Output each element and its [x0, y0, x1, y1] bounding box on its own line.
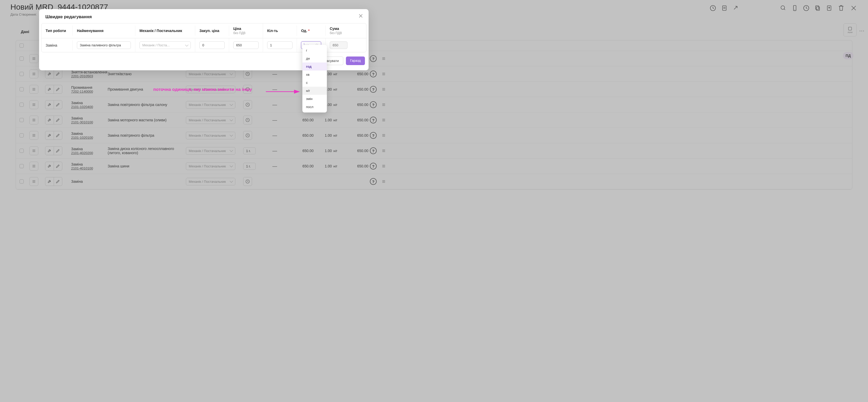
unit-dropdown: гднгодхвсн/гзмінпосл — [302, 45, 327, 112]
modal-title: Швидке редагування — [39, 14, 369, 23]
col-buy: Закуп. ціна — [195, 26, 229, 36]
unit-option[interactable]: змін — [302, 95, 327, 103]
sum-output: 650 — [330, 41, 347, 49]
col-type: Тип роботи — [41, 26, 73, 36]
annotation-text: поточна одиниця, яку можна змінити на ін… — [153, 87, 252, 92]
col-qty: Кіл-ть — [263, 26, 297, 36]
col-mech: Механік / Постачальник — [135, 26, 195, 36]
annotation-arrow — [266, 90, 302, 94]
unit-option[interactable]: посл — [302, 103, 327, 111]
qty-input[interactable]: 1 — [267, 41, 292, 49]
ok-button[interactable]: Гаразд — [346, 57, 365, 65]
mechanic-select[interactable]: Механік / Поста... — [140, 41, 191, 49]
name-input[interactable]: Заміна паливного фільтра — [77, 41, 131, 49]
buy-price-input[interactable]: 0 — [199, 41, 225, 49]
unit-option[interactable]: год — [302, 63, 327, 71]
col-price: Ціна без ПДВ — [229, 24, 263, 38]
col-name: Найменування — [73, 26, 135, 36]
unit-option[interactable]: с — [302, 79, 327, 87]
col-sum: Сума без ПДВ — [326, 24, 352, 38]
cell-type: Заміна — [41, 40, 73, 51]
unit-option[interactable]: г — [302, 46, 327, 55]
unit-option[interactable]: н/г — [302, 87, 327, 95]
unit-option[interactable]: дн — [302, 55, 327, 63]
price-input[interactable]: 650 — [233, 41, 258, 49]
col-unit: Од.* — [297, 26, 326, 36]
unit-option[interactable]: хв — [302, 71, 327, 79]
close-icon[interactable] — [358, 13, 364, 19]
